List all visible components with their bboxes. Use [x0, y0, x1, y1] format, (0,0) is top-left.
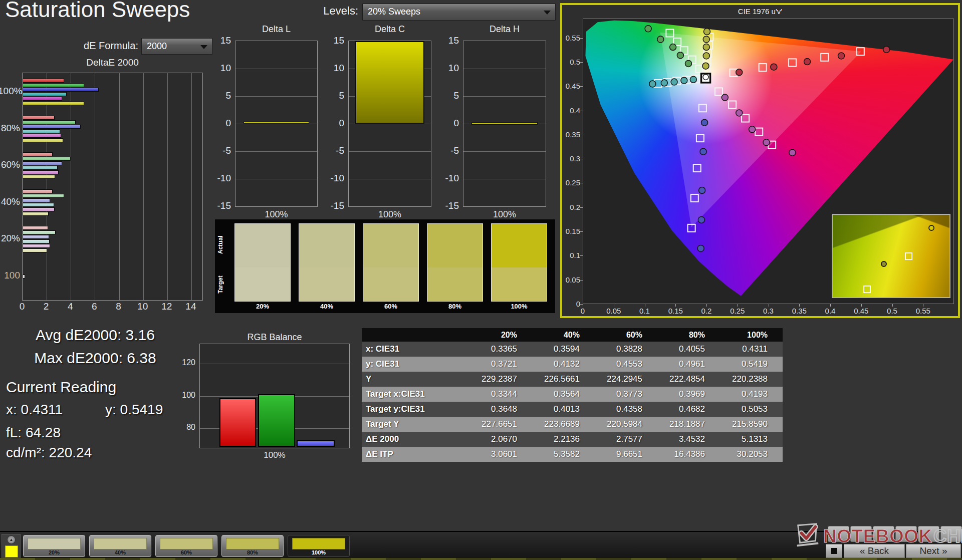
delta-y-tick: 15 — [437, 35, 459, 46]
cie-measured-blue — [701, 119, 708, 126]
cie-measured-green — [645, 26, 651, 32]
cie-measured-yellow — [703, 44, 709, 51]
cie-chromaticity-plot — [583, 19, 954, 304]
delta-chart-delta-h — [463, 41, 546, 207]
cie-y-tickmark — [580, 86, 583, 87]
cie-x-tickmark — [614, 304, 614, 307]
table-row: ΔE ITP3.06015.35829.665116.438630.2053 — [362, 447, 783, 462]
delta-gridline — [235, 151, 317, 152]
de-bar-cyan — [23, 203, 54, 207]
de-bar-magenta — [23, 170, 59, 174]
cie-target-blue — [699, 104, 706, 112]
de-bar-cyan — [23, 129, 60, 133]
toolbar-button[interactable] — [850, 526, 872, 542]
table-value-cell: 3.0601 — [469, 449, 532, 459]
cie-measured-yellow — [702, 63, 709, 69]
delta-y-tick: -5 — [437, 145, 459, 156]
table-value-cell: 0.3344 — [469, 389, 532, 399]
cie-x-tick: 0 — [570, 307, 595, 315]
back-button[interactable]: « Back — [844, 544, 905, 558]
levels-dropdown[interactable]: 20% Sweeps — [362, 4, 556, 21]
cie-x-tickmark — [892, 304, 893, 307]
cie-x-tickmark — [769, 304, 769, 307]
table-value-cell: 5.1313 — [720, 434, 783, 444]
patch-button-80%[interactable]: 80% — [221, 535, 284, 557]
de-gridline — [143, 73, 144, 300]
table-row-label: ΔE 2000 — [362, 434, 469, 444]
cie-x-tick: 0.3 — [756, 307, 781, 315]
de-group-label: 80% — [0, 123, 20, 134]
table-value-cell: 9.6651 — [595, 449, 657, 459]
expand-up-button[interactable]: ▲ — [7, 535, 16, 544]
toolbar-button[interactable] — [828, 526, 849, 542]
de-formula-dropdown[interactable]: 2000 — [141, 38, 212, 55]
active-patch-color[interactable] — [5, 545, 18, 557]
swatch-target — [427, 267, 483, 301]
cie-measured-magenta — [749, 126, 756, 133]
cie-measured-yellow — [703, 36, 709, 43]
cie-measured-cyan — [671, 79, 677, 85]
toolbar-button[interactable] — [895, 526, 917, 542]
cie-y-tick: 0.4 — [557, 106, 580, 115]
patch-label: 20% — [24, 549, 85, 555]
de-x-tick: 12 — [157, 301, 177, 312]
cie-x-tick: 0.05 — [601, 307, 626, 315]
delta-y-tick: 15 — [322, 35, 344, 46]
cie-y-tickmark — [580, 135, 583, 135]
stop-button[interactable] — [826, 544, 842, 558]
cie-x-tick: 0.4 — [818, 307, 843, 315]
delta-y-tick: 0 — [322, 118, 344, 129]
levels-label: Levels: — [278, 5, 358, 18]
swatch-target — [363, 267, 418, 301]
cie-y-tick: 0.3 — [557, 154, 580, 163]
toolbar-button[interactable] — [940, 526, 962, 542]
patch-button-100%[interactable]: 100% — [288, 535, 350, 557]
cie-measured-magenta — [789, 149, 796, 156]
cie-y-tickmark — [580, 207, 583, 208]
inset-measured-marker — [881, 261, 887, 267]
page-title: Saturation Sweeps — [5, 0, 190, 22]
swatch-actual — [299, 224, 354, 267]
cie-target-green — [666, 30, 673, 37]
de-bar-blue — [23, 88, 99, 92]
chevron-down-icon — [544, 11, 551, 15]
table-row: Target y:CIE310.36480.40130.43580.46820.… — [362, 402, 783, 417]
patch-button-20%[interactable]: 20% — [23, 535, 85, 557]
next-button[interactable]: Next » — [906, 544, 961, 558]
delta-gridline — [235, 124, 317, 124]
table-value-cell: 226.5661 — [532, 374, 595, 384]
toolbar-button[interactable] — [873, 526, 894, 542]
patch-button-40%[interactable]: 40% — [89, 535, 151, 557]
de-bar-magenta — [23, 207, 55, 211]
cie-measured-blue — [697, 245, 704, 251]
delta-chart-delta-c — [348, 41, 431, 207]
cie-x-tick: 0.1 — [632, 307, 657, 315]
swatch-target — [492, 267, 547, 301]
de-bar-magenta — [23, 244, 50, 248]
table-header-cell: 100% — [720, 331, 783, 340]
cie-x-tickmark — [675, 304, 676, 307]
table-value-cell: 2.0670 — [469, 434, 532, 444]
cie-target-blue — [693, 164, 701, 172]
cie-y-tick: 0.35 — [557, 130, 580, 139]
delta-gridline — [349, 179, 431, 179]
cie-target-magenta — [715, 88, 723, 95]
chevron-down-icon — [200, 45, 207, 49]
rgb-bar-red — [219, 398, 256, 447]
toolbar-button[interactable] — [918, 526, 939, 542]
de-bar-green — [23, 230, 56, 234]
cie-y-tick: 0.5 — [557, 58, 580, 66]
cie-x-tickmark — [830, 304, 831, 307]
delta-chart-title: Delta L — [235, 24, 318, 35]
cie-y-tick: 0.15 — [557, 227, 580, 235]
cie-measured-red — [804, 59, 811, 65]
cie-y-tick: 0.55 — [557, 34, 580, 42]
patch-button-60%[interactable]: 60% — [155, 535, 217, 557]
cie-target-magenta — [729, 101, 736, 109]
de2000-chart — [22, 73, 203, 301]
table-header-cell: 20% — [469, 331, 532, 340]
de-group-label: 20% — [0, 233, 20, 244]
delta-gridline — [349, 124, 431, 124]
delta-x-label: 100% — [463, 209, 546, 220]
cie-measured-blue — [699, 187, 705, 194]
